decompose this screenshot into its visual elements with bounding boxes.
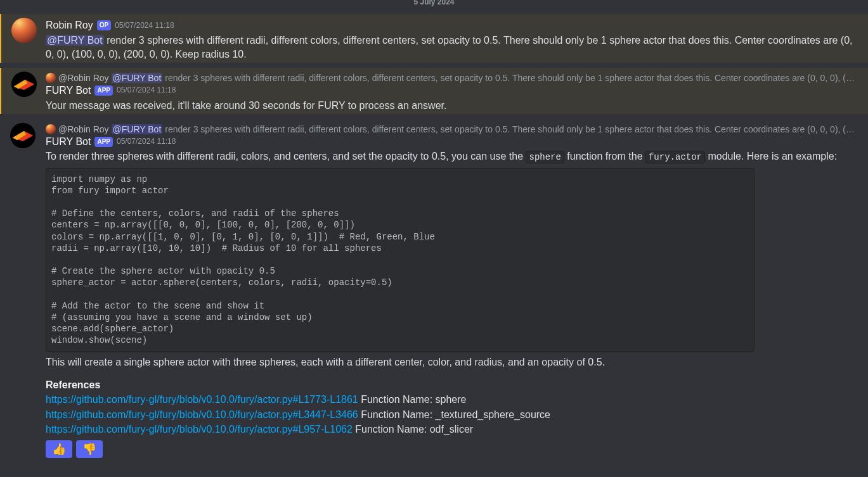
thumbs-down-button[interactable]: 👎 [76,440,103,458]
reply-context[interactable]: @Robin Roy @FURY Bot render 3 spheres wi… [46,124,858,134]
text: function from the [564,151,645,162]
reference-fn: Function Name: _textured_sphere_source [358,409,550,420]
reference-line: https://github.com/fury-gl/fury/blob/v0.… [46,407,858,422]
fury-logo-icon [11,124,34,147]
username[interactable]: Robin Roy [46,19,93,32]
reference-fn: Function Name: sphere [358,394,467,405]
timestamp: 05/07/2024 11:18 [115,21,174,31]
reply-mention: @FURY Bot [112,124,163,134]
message-content: Your message was received, it'll take ar… [46,99,858,113]
reply-username: @Robin Roy [58,124,109,134]
reference-link[interactable]: https://github.com/fury-gl/fury/blob/v0.… [46,424,353,435]
timestamp: 05/07/2024 11:18 [117,137,176,147]
thumbs-up-button[interactable]: 👍 [46,440,72,458]
timestamp: 05/07/2024 11:18 [117,86,176,96]
app-badge: APP [94,137,113,147]
reference-line: https://github.com/fury-gl/fury/blob/v0.… [46,392,858,407]
reference-line: https://github.com/fury-gl/fury/blob/v0.… [46,422,858,436]
text: module. Here is an example: [705,151,837,162]
avatar[interactable] [10,123,36,148]
reply-context[interactable]: @Robin Roy @FURY Bot render 3 spheres wi… [46,73,858,83]
op-badge: OP [97,20,111,30]
reply-avatar [46,73,56,83]
references-heading: References [46,378,858,392]
username[interactable]: FURY Bot [46,136,91,149]
chat-log: 5 July 2024 Robin Roy OP 05/07/2024 11:1… [0,0,868,464]
reply-avatar [46,124,56,134]
date-divider: 5 July 2024 [0,0,868,6]
inline-code: fury.actor [645,151,705,163]
reference-fn: Function Name: odf_slicer [353,424,473,435]
inline-code: sphere [526,151,564,163]
reference-link[interactable]: https://github.com/fury-gl/fury/blob/v0.… [46,394,358,405]
message-robin: Robin Roy OP 05/07/2024 11:18 @FURY Bot … [0,14,868,63]
message-content: To render three spheres with different r… [46,149,858,458]
app-badge: APP [94,86,113,96]
message-fury-answer: @Robin Roy @FURY Bot render 3 spheres wi… [0,119,868,464]
message-content: @FURY Bot render 3 spheres with differen… [46,34,858,61]
code-block[interactable]: import numpy as np from fury import acto… [46,168,755,352]
reference-link[interactable]: https://github.com/fury-gl/fury/blob/v0.… [46,409,358,420]
reply-text: render 3 spheres with different radii, d… [165,73,858,83]
text: This will create a single sphere actor w… [46,355,858,369]
reply-mention: @FURY Bot [112,73,163,83]
reactions: 👍 👎 [46,440,858,458]
fury-logo-icon [13,73,36,96]
reply-text: render 3 spheres with different radii, d… [165,124,858,134]
message-text: render 3 spheres with different radii, d… [46,35,853,60]
text: To render three spheres with different r… [46,151,526,162]
username[interactable]: FURY Bot [46,84,91,98]
message-fury-ack: @Robin Roy @FURY Bot render 3 spheres wi… [0,68,868,114]
avatar[interactable] [11,18,37,43]
reply-username: @Robin Roy [58,73,109,83]
avatar[interactable] [11,72,37,97]
mention[interactable]: @FURY Bot [46,35,104,46]
